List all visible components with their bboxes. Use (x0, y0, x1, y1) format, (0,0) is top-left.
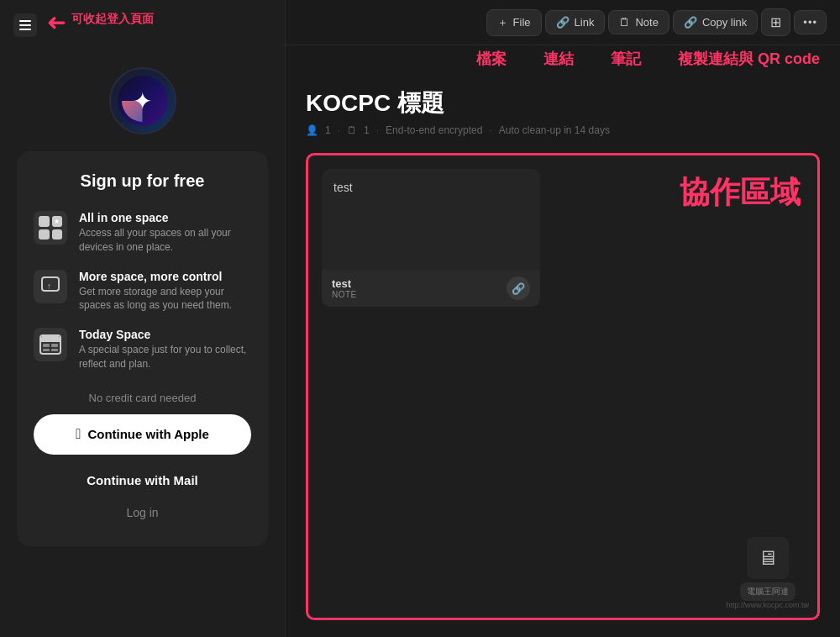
feature-desc-all-in-one: Access all your spaces on all your devic… (79, 226, 251, 255)
feature-item-all-in-one: ★ All in one space Access all your space… (34, 211, 251, 255)
feature-desc-today-space: A special space just for you to collect,… (79, 343, 251, 371)
no-credit-text: No credit card needed (89, 392, 197, 404)
login-button[interactable]: Log in (119, 499, 165, 526)
note-title: test (332, 277, 357, 290)
signup-title: Sign up for free (81, 171, 205, 191)
annotation-text: 可收起登入頁面 (71, 12, 154, 27)
svg-rect-1 (19, 24, 31, 26)
watermark-url: http://www.kocpc.com.tw (726, 601, 809, 609)
page-meta: 👤 1 · 🗒 1 · End-to-end encrypted · Auto … (306, 124, 820, 136)
grid-view-icon: ⊞ (770, 14, 781, 30)
annotation-note: 筆記 (611, 49, 641, 69)
feature-desc-more-space: Get more storage and keep your spaces as… (79, 285, 251, 313)
toolbar-annotations: 檔案 連結 筆記 複製連結與 QR code (286, 45, 840, 71)
note-card-content: test (322, 169, 540, 270)
apple-button-label: Continue with Apple (87, 427, 208, 441)
note-card-footer: test NOTE 🔗 (322, 270, 540, 307)
continue-with-mail-button[interactable]: Continue with Mail (34, 465, 251, 496)
note-footer-info: test NOTE (332, 277, 357, 299)
item-icon: 🗒 (347, 124, 357, 136)
left-panel: ➜ 可收起登入頁面 ✦ Sign up for free ★ (0, 0, 286, 637)
sidebar-annotation: ➜ 可收起登入頁面 (47, 8, 154, 36)
collaboration-area: 協作區域 test test NOTE 🔗 🖥 (306, 153, 820, 620)
note-card[interactable]: test test NOTE 🔗 (322, 169, 540, 307)
copy-link-icon: 🔗 (684, 16, 697, 29)
page-title: KOCPC 標題 (306, 87, 820, 119)
note-link-icon[interactable]: 🔗 (507, 276, 530, 300)
more-options-icon: ••• (803, 16, 817, 29)
link-button[interactable]: 🔗 Link (545, 10, 606, 34)
page-header: KOCPC 標題 👤 1 · 🗒 1 · End-to-end encrypte… (306, 87, 820, 136)
copy-link-button[interactable]: 🔗 Copy link (673, 10, 758, 34)
continue-with-apple-button[interactable]:  Continue with Apple (34, 414, 251, 455)
watermark: 🖥 電腦王阿達 http://www.kocpc.com.tw (726, 537, 809, 609)
mail-button-label: Continue with Mail (87, 473, 198, 487)
app-logo: ✦ (109, 67, 176, 134)
svg-rect-0 (19, 20, 31, 22)
storage-icon: ↑ (34, 270, 67, 303)
collab-label: 協作區域 (680, 172, 801, 213)
signup-card: Sign up for free ★ All in one space Acce… (17, 151, 268, 546)
right-panel: ＋ File 🔗 Link 🗒 Note 🔗 Copy link ⊞ ••• 檔… (286, 0, 840, 637)
apple-icon:  (76, 426, 81, 443)
svg-rect-2 (19, 29, 31, 30)
link-button-label: Link (575, 16, 595, 29)
item-count: 1 (364, 124, 370, 136)
feature-title-all-in-one: All in one space (79, 211, 251, 224)
note-type-badge: NOTE (332, 290, 357, 299)
file-button-label: File (513, 16, 531, 29)
calendar-icon (34, 328, 67, 361)
feature-text-today-space: Today Space A special space just for you… (79, 328, 251, 371)
annotation-copy: 複製連結與 QR code (678, 49, 820, 69)
note-button-label: Note (635, 16, 658, 29)
login-label: Log in (126, 506, 158, 519)
copy-link-button-label: Copy link (702, 16, 747, 29)
feature-item-more-space: ↑ More space, more control Get more stor… (34, 270, 251, 313)
feature-text-more-space: More space, more control Get more storag… (79, 270, 251, 313)
sidebar-toggle-button[interactable] (13, 13, 37, 37)
member-icon: 👤 (306, 124, 318, 136)
grid-icon: ★ (34, 211, 67, 245)
annotation-file: 檔案 (476, 49, 507, 69)
encrypted-text: End-to-end encrypted (386, 124, 482, 136)
note-icon: 🗒 (619, 16, 630, 29)
feature-list: ★ All in one space Access all your space… (34, 211, 251, 371)
file-button[interactable]: ＋ File (486, 9, 542, 36)
note-text: test (333, 181, 353, 194)
main-content: KOCPC 標題 👤 1 · 🗒 1 · End-to-end encrypte… (286, 71, 840, 637)
feature-title-today-space: Today Space (79, 328, 251, 341)
grid-view-button[interactable]: ⊞ (761, 8, 790, 36)
feature-text-all-in-one: All in one space Access all your spaces … (79, 211, 251, 255)
note-button[interactable]: 🗒 Note (608, 10, 669, 34)
watermark-badge: 電腦王阿達 (740, 582, 795, 601)
feature-item-today-space: Today Space A special space just for you… (34, 328, 251, 371)
feature-title-more-space: More space, more control (79, 270, 251, 283)
plus-icon: ＋ (497, 15, 508, 30)
link-icon: 🔗 (556, 16, 570, 29)
cleanup-text: Auto clean-up in 14 days (499, 124, 610, 136)
more-options-button[interactable]: ••• (794, 10, 827, 34)
arrow-icon: ➜ (47, 8, 66, 36)
annotation-link: 連結 (543, 49, 574, 69)
member-count: 1 (325, 124, 331, 136)
toolbar: ＋ File 🔗 Link 🗒 Note 🔗 Copy link ⊞ ••• (286, 0, 840, 45)
